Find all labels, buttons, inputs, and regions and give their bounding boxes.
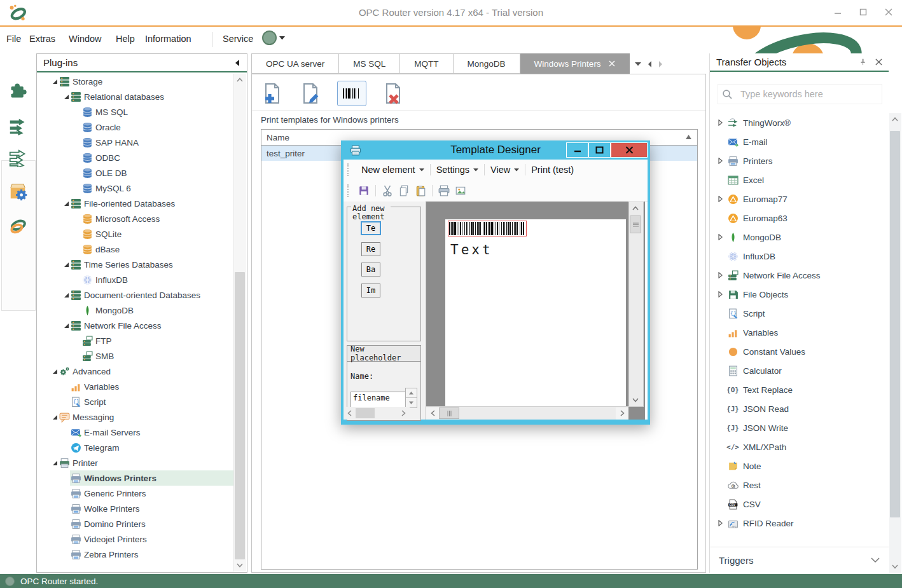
tree-item-telegram[interactable]: Telegram [37, 440, 233, 455]
transfer-item-xml-xpath[interactable]: </>XML/XPath [710, 437, 889, 456]
transfer-item-rest[interactable]: RRest [710, 475, 889, 495]
element-button-re[interactable]: Re [361, 242, 380, 256]
plugins-scrollbar[interactable] [233, 74, 246, 571]
tree-item-videojet-printers[interactable]: Videojet Printers [37, 531, 233, 547]
spin-down-icon[interactable] [406, 397, 417, 407]
tab-scroll-left-icon[interactable] [648, 61, 652, 67]
canvas-vertical-scrollbar[interactable] [628, 202, 644, 407]
scrollbar-thumb[interactable] [439, 407, 459, 419]
transfer-search-box[interactable]: Type keywords here [718, 84, 882, 104]
transfer-item-variables[interactable]: Variables [710, 323, 889, 342]
connections-strip-button[interactable] [6, 116, 29, 137]
tree-item-domino-printers[interactable]: Domino Printers [37, 516, 233, 531]
toolbar-grip[interactable] [347, 184, 352, 197]
tab-ms-sql[interactable]: MS SQL [339, 53, 400, 74]
tree-item-oracle[interactable]: Oracle [37, 120, 233, 135]
window-minimize-button[interactable] [829, 5, 846, 19]
expander-expanded-icon[interactable] [51, 459, 59, 467]
window-maximize-button[interactable] [855, 5, 871, 19]
expander-expanded-icon[interactable] [62, 200, 70, 207]
barcode-element[interactable] [448, 221, 527, 236]
dialog-close-button[interactable] [611, 142, 648, 158]
tree-item-smb[interactable]: SMB [37, 348, 233, 364]
triggers-section-header[interactable]: Triggers [710, 547, 889, 573]
tree-item-script[interactable]: {}Script [37, 394, 233, 409]
expander-collapsed-icon[interactable] [718, 196, 727, 202]
tree-item-zebra-printers[interactable]: Zebra Printers [37, 547, 233, 562]
export-image-icon[interactable] [452, 183, 469, 198]
designer-canvas[interactable]: Text [426, 202, 645, 420]
paste-icon[interactable] [412, 183, 429, 198]
tab-opc-ua-server[interactable]: OPC UA server [251, 53, 339, 74]
scroll-left-icon[interactable] [426, 407, 439, 420]
tree-item-time-series-databases[interactable]: Time Series Databases [37, 257, 233, 272]
pin-icon[interactable] [859, 58, 866, 66]
barcode-template-button[interactable] [337, 81, 366, 106]
save-icon[interactable] [356, 183, 372, 198]
edit-template-button[interactable] [299, 81, 322, 106]
transfer-item-calculator[interactable]: Calculator [710, 361, 889, 380]
element-button-im[interactable]: Im [361, 284, 380, 297]
menu-help[interactable]: Help [113, 30, 137, 48]
transfer-item-json-write[interactable]: {J}JSON Write [710, 418, 889, 437]
expander-collapsed-icon[interactable] [718, 291, 727, 297]
tree-item-network-file-access[interactable]: Network File Access [37, 318, 233, 333]
expander-expanded-icon[interactable] [62, 322, 70, 329]
transfer-item-json-read[interactable]: {J}JSON Read [710, 399, 889, 418]
transfer-item-network-file-access[interactable]: Network File Access [710, 266, 889, 285]
templates-strip-button[interactable] [6, 147, 29, 169]
scroll-up-icon[interactable] [630, 202, 641, 214]
scroll-up-icon[interactable] [234, 74, 246, 86]
tree-item-sqlite[interactable]: SQLite [37, 226, 233, 242]
close-panel-icon[interactable] [875, 58, 882, 65]
search-placeholder[interactable]: Type keywords here [740, 89, 823, 99]
tab-mqtt[interactable]: MQTT [400, 53, 453, 74]
tree-item-odbc[interactable]: ODBC [37, 150, 233, 165]
transfer-item-csv[interactable]: CSVCSV [710, 495, 889, 514]
element-button-ba[interactable]: Ba [361, 263, 380, 277]
menu-extras[interactable]: Extras [27, 30, 58, 48]
collapse-panel-icon[interactable] [234, 59, 240, 67]
tree-item-relational-databases[interactable]: Relational databases [37, 89, 233, 104]
tree-item-wolke-printers[interactable]: Wolke Printers [37, 501, 233, 516]
expander-expanded-icon[interactable] [51, 367, 59, 375]
scroll-up-icon[interactable] [889, 113, 901, 125]
scrollbar-thumb[interactable] [890, 131, 900, 517]
transfer-item-euromap63[interactable]: Euromap63 [710, 209, 889, 228]
element-button-te[interactable]: Te [361, 221, 381, 235]
scrollbar-thumb[interactable] [630, 215, 641, 233]
copy-icon[interactable] [396, 183, 412, 198]
tab-windows-printers-active[interactable]: Windows Printers [520, 53, 630, 74]
dialog-minimize-button[interactable] [566, 142, 588, 158]
column-header-name[interactable]: Name [267, 133, 289, 142]
tree-item-mongodb[interactable]: MongoDB [37, 303, 233, 318]
transfer-item-text-replace[interactable]: {O}Text Replace [710, 380, 889, 399]
tree-item-messaging[interactable]: Messaging [37, 409, 233, 425]
tree-item-sap-hana[interactable]: SAP HANA [37, 135, 233, 150]
transfer-item-note[interactable]: Note [710, 456, 889, 475]
transfer-item-influxdb[interactable]: InfluxDB [710, 247, 889, 266]
scroll-left-icon[interactable] [343, 407, 356, 420]
transfer-scrollbar[interactable] [889, 113, 901, 573]
placeholder-name-input[interactable]: filename [350, 392, 406, 408]
dialog-title-bar[interactable]: Template Designer [341, 140, 650, 160]
opcrouter-strip-button[interactable] [6, 215, 29, 237]
tree-item-storage[interactable]: Storage [37, 74, 233, 89]
tab-scroll-right-icon[interactable] [658, 61, 663, 67]
tab-close-icon[interactable] [609, 60, 615, 67]
canvas-horizontal-scrollbar[interactable] [426, 406, 628, 420]
menu-view[interactable]: View [485, 165, 525, 175]
transfer-item-constant-values[interactable]: Constant Values [710, 342, 889, 361]
transfer-item-e-mail[interactable]: E-mail [710, 132, 889, 151]
tree-item-dbase[interactable]: dBase [37, 242, 233, 257]
transfer-item-script[interactable]: {}Script [710, 304, 889, 323]
menu-file[interactable]: File [4, 30, 24, 48]
expander-collapsed-icon[interactable] [718, 234, 727, 240]
project-strip-button[interactable] [6, 181, 29, 202]
scroll-down-icon[interactable] [889, 561, 901, 573]
scroll-right-icon[interactable] [616, 407, 628, 420]
chevron-down-icon[interactable] [871, 557, 880, 563]
tree-item-ms-sql[interactable]: MS SQL [37, 104, 233, 120]
tree-item-ftp[interactable]: FTP [37, 333, 233, 348]
service-status-dot[interactable] [262, 31, 277, 45]
